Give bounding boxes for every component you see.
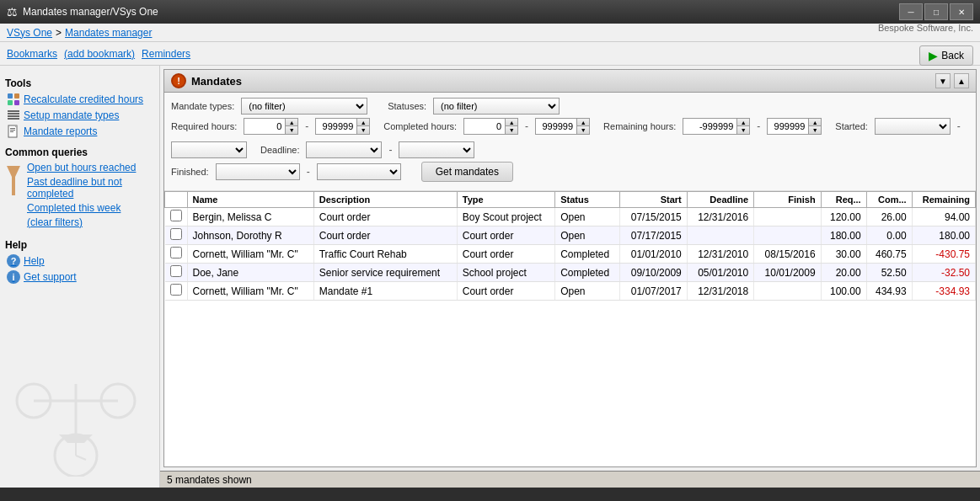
row-checkbox[interactable] <box>170 265 182 277</box>
row-start: 07/15/2015 <box>620 208 687 227</box>
deadline-from-select[interactable] <box>306 141 382 158</box>
row-remaining: -430.75 <box>912 245 975 264</box>
mandates-table-area[interactable]: Name Description Type Status Start Deadl… <box>164 191 976 466</box>
sidebar-past-deadline[interactable]: Past deadline but not completed <box>25 176 154 200</box>
mandate-types-select[interactable]: (no filter) <box>241 98 367 115</box>
row-req: 20.00 <box>821 264 866 282</box>
col-req[interactable]: Req... <box>821 192 866 208</box>
finished-to-select[interactable] <box>317 163 401 180</box>
close-button[interactable]: ✕ <box>950 3 973 20</box>
row-start: 01/01/2010 <box>620 245 687 264</box>
started-to-select[interactable] <box>171 141 247 158</box>
table-row[interactable]: Cornett, William "Mr. C" Traffic Court R… <box>165 245 976 264</box>
add-bookmark-link[interactable]: (add bookmark) <box>64 48 135 60</box>
row-checkbox-cell[interactable] <box>165 264 188 282</box>
remaining-hours-max[interactable] <box>767 118 809 135</box>
col-type[interactable]: Type <box>457 192 554 208</box>
remaining-hours-min[interactable] <box>683 118 737 135</box>
sidebar: Tools Recalculate credited hours <box>0 66 160 488</box>
sidebar-clear-filters[interactable]: (clear filters) <box>25 216 154 228</box>
sidebar-recalculate[interactable]: Recalculate credited hours <box>5 93 154 106</box>
com-min-up[interactable]: ▲ <box>506 119 517 126</box>
row-remaining: -32.50 <box>912 264 975 282</box>
col-finish[interactable]: Finish <box>754 192 821 208</box>
rem-min-down[interactable]: ▼ <box>737 126 749 134</box>
row-type: Court order <box>457 227 554 245</box>
com-max-up[interactable]: ▲ <box>577 119 589 126</box>
row-checkbox[interactable] <box>170 210 182 221</box>
row-req: 100.00 <box>821 282 866 301</box>
col-status[interactable]: Status <box>555 192 620 208</box>
req-min-up[interactable]: ▲ <box>286 119 297 126</box>
panel-header: ! Mandates ▼ ▲ <box>164 70 976 93</box>
svg-rect-11 <box>10 131 13 132</box>
required-hours-max[interactable] <box>315 118 357 135</box>
table-row[interactable]: Bergin, Melissa C Court order Boy Scout … <box>165 208 976 227</box>
req-max-up[interactable]: ▲ <box>357 119 369 126</box>
minimize-button[interactable]: ─ <box>899 3 923 20</box>
row-checkbox-cell[interactable] <box>165 227 188 245</box>
svg-rect-4 <box>8 110 19 112</box>
row-checkbox-cell[interactable] <box>165 245 188 264</box>
finished-from-select[interactable] <box>216 163 300 180</box>
maximize-button[interactable]: □ <box>924 3 948 20</box>
row-checkbox-cell[interactable] <box>165 282 188 301</box>
sidebar-completed-week[interactable]: Completed this week <box>25 202 154 214</box>
svg-rect-1 <box>14 93 19 99</box>
col-description[interactable]: Description <box>313 192 457 208</box>
completed-hours-max[interactable] <box>535 118 577 135</box>
breadcrumb-home[interactable]: VSys One <box>7 27 52 39</box>
mandates-table: Name Description Type Status Start Deadl… <box>164 191 976 301</box>
table-row[interactable]: Doe, Jane Senior service requirement Sch… <box>165 264 976 282</box>
com-min-down[interactable]: ▼ <box>506 126 517 134</box>
req-min-down[interactable]: ▼ <box>286 126 297 134</box>
col-start[interactable]: Start <box>620 192 687 208</box>
started-from-select[interactable] <box>875 118 951 135</box>
sidebar-mandate-reports[interactable]: Mandate reports <box>5 125 154 138</box>
req-max-down[interactable]: ▼ <box>357 126 369 134</box>
row-deadline <box>687 227 753 245</box>
req-dash: - <box>305 120 308 132</box>
tools-section-title: Tools <box>5 77 154 89</box>
sidebar-open-hours-reached[interactable]: Open but hours reached <box>25 162 154 173</box>
sidebar-get-support[interactable]: i Get support <box>5 270 154 284</box>
svg-rect-7 <box>8 118 19 120</box>
row-checkbox-cell[interactable] <box>165 208 188 227</box>
row-checkbox[interactable] <box>170 247 182 258</box>
row-type: School project <box>457 264 554 282</box>
panel-dropdown-btn[interactable]: ▼ <box>935 73 951 88</box>
breadcrumb-current[interactable]: Mandates manager <box>65 27 152 39</box>
col-name[interactable]: Name <box>187 192 313 208</box>
completed-hours-label: Completed hours: <box>383 121 457 131</box>
col-com[interactable]: Com... <box>866 192 912 208</box>
get-mandates-button[interactable]: Get mandates <box>421 162 513 182</box>
com-max-down[interactable]: ▼ <box>577 126 589 134</box>
back-button[interactable]: ▶ Back <box>919 45 973 66</box>
rem-min-up[interactable]: ▲ <box>737 119 749 126</box>
bookmarks-link[interactable]: Bookmarks <box>7 48 57 60</box>
bespoke-label: Bespoke Software, Inc. <box>878 23 973 33</box>
svg-point-19 <box>55 434 97 477</box>
col-deadline[interactable]: Deadline <box>687 192 753 208</box>
row-req: 120.00 <box>821 208 866 227</box>
required-hours-min[interactable] <box>244 118 286 135</box>
row-finish: 08/15/2016 <box>754 245 821 264</box>
panel-title-text: Mandates <box>191 75 242 88</box>
row-checkbox[interactable] <box>170 228 182 240</box>
row-checkbox[interactable] <box>170 284 182 296</box>
panel-collapse-btn[interactable]: ▲ <box>954 73 969 88</box>
sidebar-setup-mandate-types[interactable]: Setup mandate types <box>5 109 154 122</box>
deadline-to-select[interactable] <box>399 141 474 158</box>
svg-rect-12 <box>15 125 17 127</box>
table-row[interactable]: Johnson, Dorothy R Court order Court ord… <box>165 227 976 245</box>
rem-max-up[interactable]: ▲ <box>809 119 821 126</box>
statuses-select[interactable]: (no filter) <box>433 98 560 115</box>
rem-max-down[interactable]: ▼ <box>809 126 821 134</box>
deadline-dash: - <box>388 144 392 156</box>
sidebar-help[interactable]: ? Help <box>5 254 154 268</box>
row-deadline: 05/01/2010 <box>687 264 753 282</box>
table-row[interactable]: Cornett, William "Mr. C" Mandate #1 Cour… <box>165 282 976 301</box>
col-remaining[interactable]: Remaining <box>912 192 975 208</box>
reminders-link[interactable]: Reminders <box>142 48 190 60</box>
completed-hours-min[interactable] <box>463 118 506 135</box>
